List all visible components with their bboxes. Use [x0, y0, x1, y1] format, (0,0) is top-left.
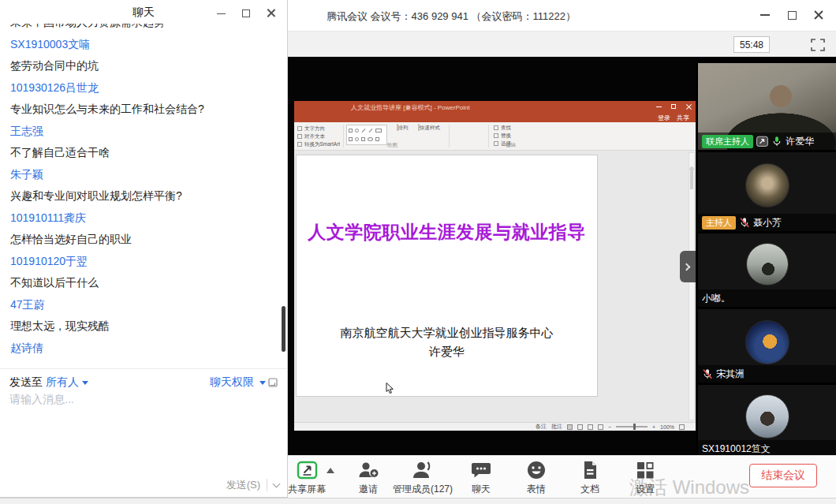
participant-name-bar: 宋其洲 [698, 365, 836, 383]
notes-button[interactable]: 备注 [536, 423, 547, 431]
ribbon-item-icon [297, 134, 302, 139]
close-button[interactable] [811, 7, 827, 23]
chat-titlebar: 聊天 [0, 0, 287, 24]
slide-org-line: 南京航空航天大学就业创业指导服务中心 [297, 326, 597, 341]
group-label-editing: 编辑 [506, 142, 516, 149]
participant-tile[interactable]: 宋其洲 [698, 309, 836, 383]
maximize-icon [242, 9, 250, 17]
chat-close-button[interactable] [263, 6, 279, 21]
popout-panel-icon[interactable] [268, 378, 278, 387]
zoom-out-icon[interactable]: − [608, 424, 611, 430]
view-normal-icon[interactable] [567, 424, 573, 430]
slide: 人文学院职业生涯发展与就业指导 南京航空航天大学就业创业指导服务中心 许爱华 [296, 155, 598, 397]
participant-tile[interactable]: 主持人 聂小芳 [698, 152, 836, 231]
zoom-in-icon[interactable]: + [652, 424, 655, 430]
chat-message-list[interactable]: 未来中国市场人力资源需求趋势 SX1910003文喃 签劳动合同中的坑 1019… [10, 21, 271, 359]
participant-tile[interactable]: 小嘟。 [698, 233, 836, 307]
select-icon [494, 141, 498, 146]
chat-sender-name[interactable]: 王志强 [10, 125, 271, 138]
comments-button[interactable]: 批注 [551, 423, 562, 431]
maximize-icon [671, 104, 676, 109]
toolbar-invite-button[interactable]: 邀请 [356, 460, 380, 496]
toolbar-emoji-button[interactable]: 表情 [526, 460, 547, 496]
chat-sender-name[interactable]: 朱子颖 [10, 168, 271, 181]
ribbon-text-direction[interactable]: 文字方向 [297, 125, 340, 133]
participant-name-bar: 小嘟。 [698, 289, 836, 307]
replace-button[interactable]: 替换 [494, 132, 511, 140]
scrollbar-thumb[interactable] [690, 167, 693, 189]
view-reading-icon[interactable] [588, 424, 593, 430]
view-slideshow-icon[interactable] [598, 424, 603, 430]
send-to-dropdown[interactable]: 所有人 [46, 375, 79, 390]
chat-message: SX1910003文喃 签劳动合同中的坑 [10, 38, 271, 73]
participant-name: 宋其洲 [716, 368, 745, 381]
end-meeting-button[interactable]: 结束会议 [749, 464, 817, 487]
participant-avatar [745, 394, 789, 439]
fullscreen-button[interactable] [809, 37, 827, 52]
chat-sender-name[interactable]: 101910120于翌 [10, 255, 271, 268]
participant-name: 聂小芳 [753, 216, 782, 230]
toolbar-chat-button[interactable]: 聊天 [470, 460, 492, 496]
fit-slide-icon[interactable] [679, 424, 685, 430]
chat-minimize-button[interactable] [213, 6, 229, 21]
toolbar-share-screen-button[interactable]: 共享屏幕 [288, 460, 326, 496]
close-icon [686, 104, 692, 110]
participant-tile[interactable]: SX1910012笪文 [698, 385, 836, 455]
mic-muted-icon [739, 217, 750, 228]
participant-tile[interactable]: 联席主持人 许爱华 [698, 63, 836, 150]
chat-sender-name[interactable]: 101910111龚庆 [10, 211, 271, 225]
zoom-slider[interactable] [616, 426, 648, 427]
ppt-close-button[interactable] [685, 103, 692, 110]
chat-sender-name[interactable]: SX1910003文喃 [10, 38, 271, 51]
ppt-minimize-button[interactable] [655, 103, 662, 110]
toolbar-item-label: 聊天 [470, 483, 492, 496]
view-sorter-icon[interactable] [577, 424, 583, 430]
chat-sender-name[interactable]: 47王蔚 [10, 298, 271, 312]
chat-permission-dropdown[interactable]: 聊天权限 [210, 375, 254, 390]
chevron-down-icon [259, 381, 266, 385]
zoom-slider-thumb[interactable] [633, 424, 636, 430]
toolbar-item-label: 管理成员(127) [393, 483, 453, 496]
ppt-account-row: 登录 共享 [294, 113, 696, 122]
ppt-signin-button[interactable]: 登录 [658, 114, 670, 122]
chat-message-input[interactable] [9, 390, 270, 408]
participant-name-bar: 联席主持人 许爱华 [698, 133, 836, 150]
ribbon-align-text[interactable]: 对齐文本 [297, 133, 340, 140]
participant-list: 联席主持人 许爱华 主持人 聂小芳 小嘟。 [696, 57, 836, 455]
send-button[interactable]: 发送(S) [226, 478, 260, 492]
find-button[interactable]: 查找 [494, 124, 511, 132]
quick-styles-button[interactable]: 快速样式 [417, 125, 441, 132]
mic-muted-icon [702, 368, 713, 379]
sidebar-collapse-button[interactable] [680, 251, 696, 282]
toolbar-settings-button[interactable]: 设置 [635, 460, 655, 496]
toolbar-members-button[interactable]: 管理成员(127) [393, 460, 453, 496]
minimize-button[interactable] [757, 7, 773, 23]
chat-message-text: 专业知识怎么与未来的工作和社会结合? [10, 103, 271, 116]
send-options-chevron-icon[interactable] [273, 480, 281, 488]
minimize-icon [760, 14, 770, 16]
toolbar-item-label: 文档 [580, 483, 599, 496]
share-options-caret[interactable] [327, 468, 334, 473]
chat-maximize-button[interactable] [238, 6, 254, 21]
chat-scrollbar-thumb[interactable] [282, 306, 286, 352]
chat-sender-name[interactable]: 赵诗倩 [10, 342, 271, 355]
chat-sender-name[interactable]: 101930126吕世龙 [10, 81, 271, 95]
zoom-level[interactable]: 100% [660, 424, 674, 430]
chat-message: 101930126吕世龙 专业知识怎么与未来的工作和社会结合? [10, 81, 271, 116]
group-label-drawing: 绘图 [387, 142, 397, 149]
participant-avatar [745, 320, 789, 364]
toolbar-document-button[interactable]: 文档 [580, 460, 599, 496]
maximize-button[interactable] [784, 7, 800, 23]
meeting-timer: 55:48 [733, 36, 770, 53]
chat-message-text: 不知道以后干什么 [10, 276, 271, 289]
arrange-button[interactable]: 排列 [390, 125, 414, 132]
shape-gallery[interactable] [346, 125, 387, 145]
toolbar-item-label: 设置 [635, 483, 655, 496]
toolbar-item-label: 共享屏幕 [288, 483, 326, 496]
chat-message: 47王蔚 理想太远，现实残酷 [10, 298, 271, 333]
ppt-scrollbar[interactable] [689, 152, 695, 420]
minimize-icon [656, 106, 662, 107]
ppt-maximize-button[interactable] [670, 103, 677, 110]
ribbon-convert-smartart[interactable]: 转换为SmartArt [297, 140, 340, 148]
ppt-share-button[interactable]: 共享 [677, 114, 689, 122]
